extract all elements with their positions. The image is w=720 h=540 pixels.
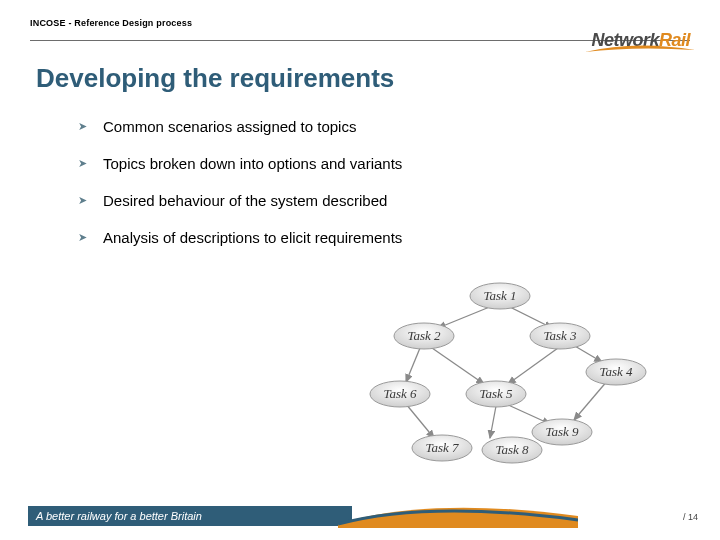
list-item: ➤ Desired behaviour of the system descri… — [78, 192, 720, 209]
page-total: 14 — [688, 512, 698, 522]
bullet-arrow-icon: ➤ — [78, 158, 87, 169]
diagram-node-label: Task 8 — [495, 442, 529, 457]
svg-line-0 — [438, 306, 492, 328]
diagram-node-label: Task 4 — [599, 364, 633, 379]
bullet-arrow-icon: ➤ — [78, 195, 87, 206]
bullet-arrow-icon: ➤ — [78, 232, 87, 243]
page-number: / 14 — [683, 512, 698, 522]
bullet-arrow-icon: ➤ — [78, 121, 87, 132]
footer-tagline: A better railway for a better Britain — [36, 510, 202, 522]
footer-swoosh-icon — [338, 502, 578, 528]
footer-tagline-bar: A better railway for a better Britain — [28, 506, 352, 526]
footer: A better railway for a better Britain / … — [0, 506, 720, 528]
svg-line-4 — [432, 348, 484, 384]
list-item: ➤ Common scenarios assigned to topics — [78, 118, 720, 135]
svg-line-5 — [508, 348, 558, 384]
diagram-node-label: Task 1 — [483, 288, 516, 303]
list-item: ➤ Analysis of descriptions to elicit req… — [78, 229, 720, 246]
page-sep: / — [683, 512, 686, 522]
diagram-node-label: Task 6 — [383, 386, 417, 401]
diagram-node-label: Task 7 — [425, 440, 459, 455]
bullet-list: ➤ Common scenarios assigned to topics ➤ … — [0, 94, 720, 246]
header: INCOSE - Reference Design process — [0, 0, 720, 34]
diagram-node-label: Task 3 — [543, 328, 577, 343]
slide: INCOSE - Reference Design process Networ… — [0, 0, 720, 540]
diagram-node-label: Task 9 — [545, 424, 579, 439]
breadcrumb: INCOSE - Reference Design process — [30, 18, 690, 28]
svg-line-9 — [406, 404, 434, 438]
svg-line-3 — [406, 348, 420, 382]
list-item-label: Desired behaviour of the system describe… — [103, 192, 387, 209]
svg-line-8 — [506, 404, 550, 424]
network-rail-logo: NetworkRail — [591, 30, 690, 51]
list-item-label: Topics broken down into options and vari… — [103, 155, 402, 172]
list-item-label: Analysis of descriptions to elicit requi… — [103, 229, 402, 246]
svg-line-6 — [574, 380, 608, 420]
list-item: ➤ Topics broken down into options and va… — [78, 155, 720, 172]
task-flow-diagram: Task 1 Task 2 Task 3 Task 4 Task 5 Task … — [340, 280, 660, 470]
diagram-node-label: Task 5 — [479, 386, 513, 401]
svg-line-7 — [490, 406, 496, 438]
diagram-node-label: Task 2 — [407, 328, 441, 343]
logo-swoosh-icon — [585, 44, 695, 56]
list-item-label: Common scenarios assigned to topics — [103, 118, 356, 135]
